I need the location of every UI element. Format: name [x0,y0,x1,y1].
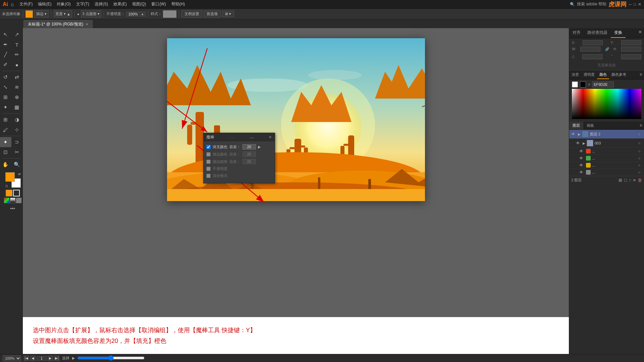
direct-select-tool[interactable]: ↗ [11,29,23,40]
menu-text[interactable]: 文字(T) [74,1,92,8]
play-btn[interactable]: ▶ [72,356,75,360]
magic-wand-tool[interactable]: ✦ [0,137,11,147]
blend-tool[interactable]: ⊹ [11,125,23,135]
transform-y-input[interactable] [621,40,641,45]
last-page-btn[interactable]: ▶| [54,356,59,361]
layer-panel-menu-icon[interactable]: ≡ [638,122,644,129]
menu-help[interactable]: 帮助(H) [169,1,187,8]
tab-gradient[interactable]: 淡变 [569,71,581,79]
style-color-swatch[interactable] [163,10,176,18]
opacity-up-icon[interactable]: ▲ [140,12,145,16]
stroke-tolerance-input[interactable] [243,152,256,157]
layer-eye-red[interactable]: 👁 [579,149,585,154]
layer-item-gray[interactable]: 👁 ... ○ [569,169,644,176]
window-minimize-icon[interactable]: ─ [629,2,632,7]
rotate-input[interactable] [582,54,602,59]
layer-expand-icon[interactable]: ▶ [578,132,581,136]
pencil-tool[interactable]: ✐ [0,60,11,70]
first-page-btn[interactable]: |◀ [24,356,29,361]
slice-tool[interactable]: ✂ [11,147,23,157]
opacity-input[interactable] [126,12,140,16]
scale-tool[interactable]: ⤡ [0,82,11,92]
line-tool[interactable]: ╱ [0,50,11,60]
free-transform-tool[interactable]: ⊞ [0,92,11,102]
hand-tool[interactable]: ✋ [0,160,11,170]
white-swatch[interactable] [572,81,578,87]
tab-transparency[interactable]: 透明度 [581,71,597,79]
fill-color-swatch[interactable] [25,10,33,18]
transform-x-input[interactable] [583,40,603,45]
symbol-tool[interactable]: ✦ [0,102,11,112]
graph-tool[interactable]: ▦ [11,102,23,112]
menu-view[interactable]: 视图(Q) [130,1,148,8]
warp-tool[interactable]: ≋ [11,82,23,92]
menu-select[interactable]: 选择(S) [92,1,110,8]
transform-h-input[interactable] [621,47,641,52]
stroke-width-input[interactable] [243,159,256,164]
gradient-icon[interactable] [10,198,15,203]
tab-close-icon[interactable]: ✕ [86,22,88,26]
make-sublayer-btn[interactable]: ⊞ [619,178,622,183]
add-artboard-btn[interactable]: □ [624,178,627,183]
tab-color-ref[interactable]: 颜色参考 [609,71,629,79]
menu-object[interactable]: 对象(O) [54,1,73,8]
zoom-tool[interactable]: 🔍 [11,160,23,170]
layer-eye-gray[interactable]: 👁 [579,170,585,175]
color-panel-menu-icon[interactable]: ≡ [638,71,644,79]
paintbrush-tool[interactable]: ✏ [11,50,23,60]
blend-mode-checkbox[interactable] [206,174,211,178]
menu-file[interactable]: 文件(F) [17,1,35,8]
eyedropper-tool[interactable]: 🖊 [0,125,11,135]
gradient-tool[interactable]: ◑ [11,115,23,125]
canvas-scroll[interactable]: 魔棒 · · · — ✕ 填充颜色 容差： ▶ [23,28,569,317]
panel-minimize-icon[interactable]: — [250,135,254,139]
artboard-tool[interactable]: ⊡ [0,147,11,157]
layer-item-green[interactable]: 👁 ... ○ [569,155,644,162]
page-input[interactable] [37,356,47,361]
layer-item-layer2[interactable]: 👁 ▶ 图层 2 ○ [569,130,644,139]
rotate-tool[interactable]: ↺ [0,72,11,82]
mode-btn[interactable]: 插边 ▾ [34,10,49,17]
layer-eye-green[interactable]: 👁 [579,156,585,161]
stroke-indicator[interactable] [13,190,20,196]
none-icon[interactable] [16,198,21,203]
zoom-select[interactable]: 100% 50% 200% [3,355,21,361]
layer-item-red[interactable]: 👁 ... ○ [569,148,644,155]
prev-page-btn[interactable]: ◀ [30,356,36,361]
fill-tolerance-input[interactable] [243,144,256,149]
document-tab[interactable]: 未标题-1* @ 100% (RGB/预览) ✕ [23,20,93,28]
opacity-input-box[interactable]: ▲ [126,12,146,16]
reflect-tool[interactable]: ⇄ [11,72,23,82]
layer-eye-yellow[interactable]: 👁 [579,163,585,168]
lasso-tool[interactable]: ⊃ [11,137,23,147]
foreground-color-swatch[interactable] [5,172,15,182]
blob-tool[interactable]: ● [11,60,23,70]
hex-color-input[interactable] [592,81,614,87]
menu-effect[interactable]: 效果(E) [111,1,129,8]
fill-indicator[interactable] [6,190,12,196]
layer-item-003[interactable]: 👁 ▶ 003 ○ [569,139,644,148]
tab-align[interactable]: 对齐 [569,28,584,38]
tab-artboards[interactable]: 画板 [583,122,597,129]
type-tool[interactable]: T [11,40,23,50]
color-mode-icon[interactable] [4,198,9,203]
mesh-tool[interactable]: ⊞ [0,115,11,125]
tab-pathfinder[interactable]: 路径查找器 [584,28,611,38]
move-selection-btn[interactable]: ↑ [629,178,631,183]
puppet-warp-tool[interactable]: ⊕ [11,92,23,102]
layer-expand-003-icon[interactable]: ▶ [583,141,585,145]
tab-color[interactable]: 颜色 [597,71,609,79]
menu-edit[interactable]: 编辑(E) [36,1,54,8]
home-icon[interactable]: ⌂ [11,1,14,7]
panel-menu-icon[interactable]: · · · [229,135,234,139]
shear-input[interactable] [621,54,641,59]
swap-colors-icon[interactable]: ⇄ [18,172,21,176]
more-tools-btn[interactable]: ••• [7,206,15,211]
layer-item-yellow[interactable]: 👁 ... ○ [569,162,644,169]
transform-w-input[interactable] [580,47,600,52]
panel-close-btn[interactable]: ✕ [636,28,644,38]
arrange-btn[interactable]: ⊞ ▾ [222,11,234,17]
doc-settings-btn[interactable]: 文档设置 [181,10,202,17]
fill-tolerance-arrow[interactable]: ▶ [258,145,261,149]
panel-close-icon[interactable]: ✕ [269,135,272,139]
